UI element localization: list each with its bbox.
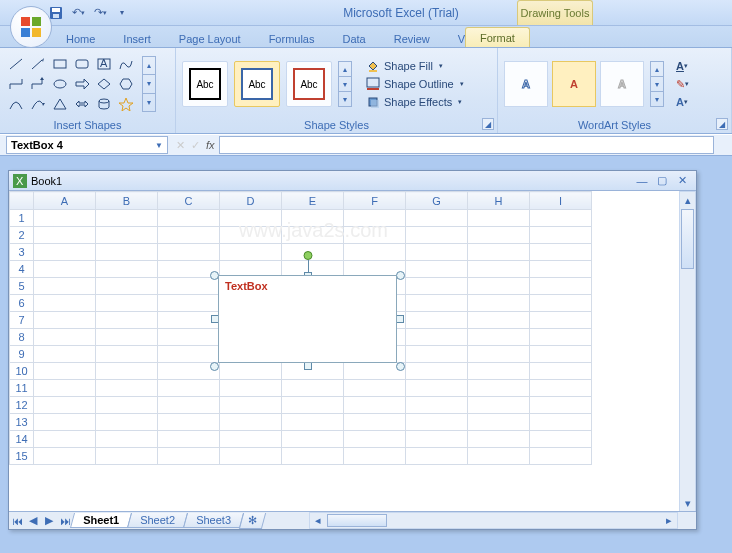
formula-input[interactable] [219, 136, 714, 154]
shape-style-expand[interactable]: ▴▾▾ [338, 61, 352, 107]
col-header[interactable]: A [34, 192, 96, 210]
shape-roundrect-icon[interactable] [72, 55, 92, 73]
cancel-icon[interactable]: ✕ [176, 139, 185, 152]
row-header[interactable]: 12 [10, 397, 34, 414]
undo-icon[interactable]: ↶▾ [70, 5, 86, 21]
shape-double-arrow-icon[interactable] [72, 95, 92, 113]
tab-home[interactable]: Home [52, 30, 109, 47]
row-header[interactable]: 5 [10, 278, 34, 295]
row-header[interactable]: 6 [10, 295, 34, 312]
shape-styles-launcher[interactable]: ◢ [482, 118, 494, 130]
row-header[interactable]: 3 [10, 244, 34, 261]
shape-outline-button[interactable]: Shape Outline▾ [362, 76, 468, 92]
maximize-button[interactable]: ▢ [652, 174, 672, 187]
worksheet-grid[interactable]: A B C D E F G H I 1 2 3 4 5 6 7 8 9 [9, 191, 696, 495]
vertical-scrollbar[interactable]: ▴ ▾ [679, 191, 696, 512]
resize-handle-ne[interactable] [396, 271, 405, 280]
col-header[interactable]: F [344, 192, 406, 210]
first-sheet-icon[interactable]: ⏮ [9, 513, 25, 529]
workbook-titlebar[interactable]: X Book1 — ▢ ✕ [9, 171, 696, 191]
col-header[interactable]: I [530, 192, 592, 210]
shapes-gallery-expand[interactable]: ▴▾▾ [142, 56, 156, 112]
shape-style-2[interactable]: Abc [234, 61, 280, 107]
shape-cylinder-icon[interactable] [94, 95, 114, 113]
shape-curve-icon[interactable] [6, 95, 26, 113]
row-header[interactable]: 15 [10, 448, 34, 465]
row-header[interactable]: 13 [10, 414, 34, 431]
shape-arrow-icon[interactable] [28, 55, 48, 73]
qat-customize-icon[interactable]: ▾ [114, 5, 130, 21]
scroll-down-icon[interactable]: ▾ [680, 495, 695, 511]
prev-sheet-icon[interactable]: ◀ [25, 513, 41, 529]
tab-format[interactable]: Format [465, 27, 530, 47]
text-outline-button[interactable]: ✎▾ [672, 77, 692, 91]
shape-style-gallery[interactable]: Abc Abc Abc [182, 61, 332, 107]
row-header[interactable]: 14 [10, 431, 34, 448]
wordart-launcher[interactable]: ◢ [716, 118, 728, 130]
col-header[interactable]: G [406, 192, 468, 210]
horizontal-scrollbar[interactable]: ◂ ▸ [309, 512, 678, 529]
row-header[interactable]: 10 [10, 363, 34, 380]
select-all-corner[interactable] [10, 192, 34, 210]
row-header[interactable]: 1 [10, 210, 34, 227]
tab-formulas[interactable]: Formulas [255, 30, 329, 47]
scroll-right-icon[interactable]: ▸ [661, 513, 677, 528]
shapes-gallery[interactable]: A [6, 55, 136, 113]
selected-shape-textbox[interactable]: TextBox [210, 267, 405, 371]
textbox-content[interactable]: TextBox [218, 275, 397, 363]
resize-handle-s[interactable] [304, 362, 312, 370]
col-header[interactable]: B [96, 192, 158, 210]
enter-icon[interactable]: ✓ [191, 139, 200, 152]
row-header[interactable]: 7 [10, 312, 34, 329]
row-header[interactable]: 9 [10, 346, 34, 363]
col-header[interactable]: E [282, 192, 344, 210]
row-header[interactable]: 2 [10, 227, 34, 244]
tab-data[interactable]: Data [328, 30, 379, 47]
shape-star-icon[interactable] [116, 95, 136, 113]
scroll-up-icon[interactable]: ▴ [680, 192, 695, 208]
name-box[interactable]: TextBox 4 ▼ [6, 136, 168, 154]
wordart-style-1[interactable]: A [504, 61, 548, 107]
shape-elbow-icon[interactable] [6, 75, 26, 93]
col-header[interactable]: H [468, 192, 530, 210]
resize-handle-e[interactable] [396, 315, 404, 323]
redo-icon[interactable]: ↷▾ [92, 5, 108, 21]
shape-style-3[interactable]: Abc [286, 61, 332, 107]
resize-handle-sw[interactable] [210, 362, 219, 371]
row-header[interactable]: 11 [10, 380, 34, 397]
close-button[interactable]: ✕ [672, 174, 692, 187]
tab-review[interactable]: Review [380, 30, 444, 47]
shape-block-arrow-icon[interactable] [72, 75, 92, 93]
scroll-thumb[interactable] [681, 209, 694, 269]
shape-diamond-icon[interactable] [94, 75, 114, 93]
shape-line-icon[interactable] [6, 55, 26, 73]
col-header[interactable]: C [158, 192, 220, 210]
chevron-down-icon[interactable]: ▼ [155, 141, 163, 150]
shape-fill-button[interactable]: Shape Fill▾ [362, 58, 468, 74]
office-button[interactable] [10, 6, 52, 48]
shape-textbox-icon[interactable]: A [94, 55, 114, 73]
shape-style-1[interactable]: Abc [182, 61, 228, 107]
scroll-thumb[interactable] [327, 514, 387, 527]
resize-handle-se[interactable] [396, 362, 405, 371]
shape-oval-icon[interactable] [50, 75, 70, 93]
tab-page-layout[interactable]: Page Layout [165, 30, 255, 47]
shape-freeform-icon[interactable] [116, 55, 136, 73]
minimize-button[interactable]: — [632, 175, 652, 187]
tab-insert[interactable]: Insert [109, 30, 165, 47]
rotate-handle[interactable] [303, 251, 312, 260]
sheet-tab-2[interactable]: Sheet2 [127, 513, 188, 528]
wordart-style-2[interactable]: A [552, 61, 596, 107]
next-sheet-icon[interactable]: ▶ [41, 513, 57, 529]
sheet-tab-1[interactable]: Sheet1 [70, 513, 132, 528]
text-effects-button[interactable]: A▾ [672, 95, 692, 109]
shape-effects-button[interactable]: Shape Effects▾ [362, 94, 468, 110]
scroll-left-icon[interactable]: ◂ [310, 513, 326, 528]
shape-elbow-arrow-icon[interactable] [28, 75, 48, 93]
shape-triangle-icon[interactable] [50, 95, 70, 113]
row-header[interactable]: 8 [10, 329, 34, 346]
wordart-gallery[interactable]: A A A [504, 61, 644, 107]
shape-rect-icon[interactable] [50, 55, 70, 73]
col-header[interactable]: D [220, 192, 282, 210]
wordart-style-3[interactable]: A [600, 61, 644, 107]
